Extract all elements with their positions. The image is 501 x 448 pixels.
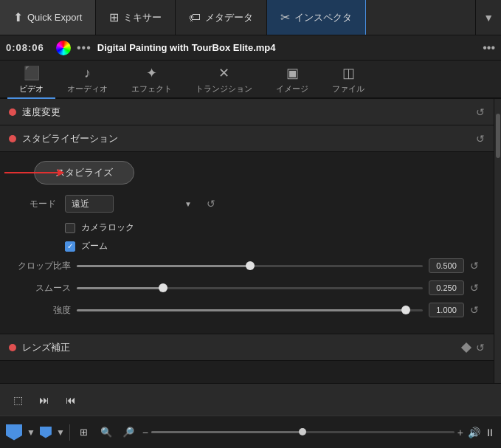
color-wheel-icon[interactable] xyxy=(56,41,71,55)
tab-effect[interactable]: ✦ エフェクト xyxy=(120,61,184,99)
crop-ratio-label: クロップ比率 xyxy=(12,260,71,272)
metadata-label: メタデータ xyxy=(205,11,253,24)
strength-value[interactable]: 1.000 xyxy=(429,303,464,317)
pause-icon[interactable]: ⏸ xyxy=(485,427,495,438)
stabilization-title: スタビライゼーション xyxy=(22,132,470,145)
lens-diamond-icon xyxy=(461,342,471,352)
mode-reset-icon[interactable]: ↺ xyxy=(207,198,215,210)
smooth-thumb[interactable] xyxy=(159,283,167,292)
camera-lock-row: カメラロック xyxy=(12,221,482,234)
effect-tab-icon: ✦ xyxy=(146,65,157,81)
smooth-value[interactable]: 0.250 xyxy=(429,280,464,295)
zoom-checkbox[interactable] xyxy=(65,241,75,252)
playback-controls: ⬚ ⏭ ⏮ xyxy=(0,383,501,416)
crop-ratio-row: クロップ比率 0.500 ↺ xyxy=(12,258,482,273)
mode-select-wrapper: 遠近 平行移動 類似 xyxy=(65,195,198,213)
tab-image-label: イメージ xyxy=(276,83,308,94)
more-options-button[interactable]: ••• xyxy=(77,41,91,55)
flag-blue-small[interactable] xyxy=(40,427,52,438)
file-tab-icon: ◫ xyxy=(342,65,355,81)
chevron-down-icon: ▼ xyxy=(483,12,494,24)
stabilize-button-row: スタビライズ xyxy=(12,161,482,185)
tab-audio[interactable]: ♪ オーディオ xyxy=(55,61,120,99)
separator xyxy=(69,424,70,441)
tab-image[interactable]: ▣ イメージ xyxy=(264,61,320,99)
clip-options-button[interactable]: ••• xyxy=(483,41,495,55)
volume-icon[interactable]: 🔊 xyxy=(468,427,480,438)
image-tab-icon: ▣ xyxy=(286,65,299,81)
mixer-label: ミキサー xyxy=(123,11,162,24)
strength-reset-icon[interactable]: ↺ xyxy=(470,304,482,316)
crop-ratio-value[interactable]: 0.500 xyxy=(429,258,464,273)
tab-effect-label: エフェクト xyxy=(131,83,172,94)
skip-start-btn[interactable]: ⏮ xyxy=(61,390,81,410)
flag-small-chevron[interactable]: ▼ xyxy=(56,427,65,438)
metadata-icon: 🏷 xyxy=(189,11,201,24)
zoom-in-icon: 🔍 xyxy=(100,427,112,438)
stabilization-section: スタビライゼーション ↺ スタビライズ モード 遠近 xyxy=(0,125,494,334)
metadata-button[interactable]: 🏷 メタデータ xyxy=(176,0,267,35)
strength-thumb[interactable] xyxy=(401,306,410,314)
lens-reset-icon[interactable]: ↺ xyxy=(476,342,485,354)
arrow-line xyxy=(4,172,63,173)
smooth-label: スムース xyxy=(12,282,71,294)
video-tab-icon: ⬛ xyxy=(24,65,40,81)
zoom-thumb[interactable] xyxy=(299,428,306,435)
skip-end-btn[interactable]: ⏭ xyxy=(34,390,55,410)
inspector-icon: ✂ xyxy=(280,10,290,24)
arrow-indicator xyxy=(4,172,63,173)
zoom-minus-btn[interactable]: − xyxy=(142,427,148,438)
speed-change-title: 速度変更 xyxy=(22,106,470,119)
tab-video-label: ビデオ xyxy=(19,83,44,94)
mode-select[interactable]: 遠近 平行移動 類似 xyxy=(65,195,114,213)
speed-change-reset-icon[interactable]: ↺ xyxy=(476,106,485,118)
zoom-plus-btn[interactable]: + xyxy=(457,427,463,438)
timecode: 0:08:06 xyxy=(6,42,50,53)
zoom-track[interactable] xyxy=(151,431,455,433)
top-toolbar: ⬆ Quick Export ⊞ ミキサー 🏷 メタデータ ✂ インスペクタ ▼ xyxy=(0,0,501,35)
strength-row: 強度 1.000 ↺ xyxy=(12,303,482,317)
stabilization-header[interactable]: スタビライゼーション ↺ xyxy=(0,125,494,152)
stabilization-reset-icon[interactable]: ↺ xyxy=(476,133,485,145)
zoom-fit-icon: ⊞ xyxy=(80,427,88,438)
strength-slider[interactable] xyxy=(77,309,423,311)
zoom-slider-area: − + xyxy=(142,427,463,438)
camera-lock-label: カメラロック xyxy=(81,221,134,234)
export-icon: ⬆ xyxy=(13,10,23,24)
timeline-tools: ⊞ 🔍 🔎 xyxy=(75,423,138,442)
clip-title: Digital Painting with TourBox Elite.mp4 xyxy=(97,42,477,53)
tab-file[interactable]: ◫ ファイル xyxy=(320,61,376,99)
monitor-icon: ⬚ xyxy=(13,394,23,406)
zoom-in-btn[interactable]: 🔍 xyxy=(97,423,116,442)
mixer-button[interactable]: ⊞ ミキサー xyxy=(96,0,176,35)
tab-transition[interactable]: ✕ トランジション xyxy=(184,61,264,99)
flag-chevron[interactable]: ▼ xyxy=(27,427,35,438)
toolbar-end[interactable]: ▼ xyxy=(475,0,501,35)
quick-export-button[interactable]: ⬆ Quick Export xyxy=(0,0,96,35)
crop-ratio-reset-icon[interactable]: ↺ xyxy=(470,260,482,272)
tab-transition-label: トランジション xyxy=(196,83,252,94)
lens-correction-title: レンズ補正 xyxy=(22,341,457,354)
mode-row: モード 遠近 平行移動 類似 ↺ xyxy=(12,195,482,213)
tabs-row: ⬛ ビデオ ♪ オーディオ ✦ エフェクト ✕ トランジション ▣ イメージ ◫… xyxy=(0,61,501,99)
smooth-slider[interactable] xyxy=(77,287,423,289)
tab-file-label: ファイル xyxy=(332,83,364,94)
mixer-icon: ⊞ xyxy=(109,10,119,24)
zoom-fit-btn[interactable]: ⊞ xyxy=(75,423,94,442)
inspector-button[interactable]: ✂ インスペクタ xyxy=(267,0,366,35)
speed-change-section[interactable]: 速度変更 ↺ xyxy=(0,99,494,125)
skip-end-icon: ⏭ xyxy=(39,394,49,406)
tab-video[interactable]: ⬛ ビデオ xyxy=(7,61,55,99)
scrollbar-thumb[interactable] xyxy=(496,114,500,158)
lens-correction-section[interactable]: レンズ補正 ↺ xyxy=(0,334,494,361)
scrollbar[interactable] xyxy=(494,99,501,383)
crop-ratio-slider[interactable] xyxy=(77,265,423,267)
zoom-out-btn[interactable]: 🔎 xyxy=(119,423,138,442)
monitor-btn[interactable]: ⬚ xyxy=(7,390,28,410)
smooth-reset-icon[interactable]: ↺ xyxy=(470,282,482,294)
inspector-panel: 速度変更 ↺ スタビライゼーション ↺ スタビライズ モー xyxy=(0,99,494,383)
speed-change-indicator xyxy=(9,108,16,116)
flag-blue-large[interactable] xyxy=(6,424,22,441)
camera-lock-checkbox[interactable] xyxy=(65,223,75,233)
crop-ratio-thumb[interactable] xyxy=(246,261,255,270)
